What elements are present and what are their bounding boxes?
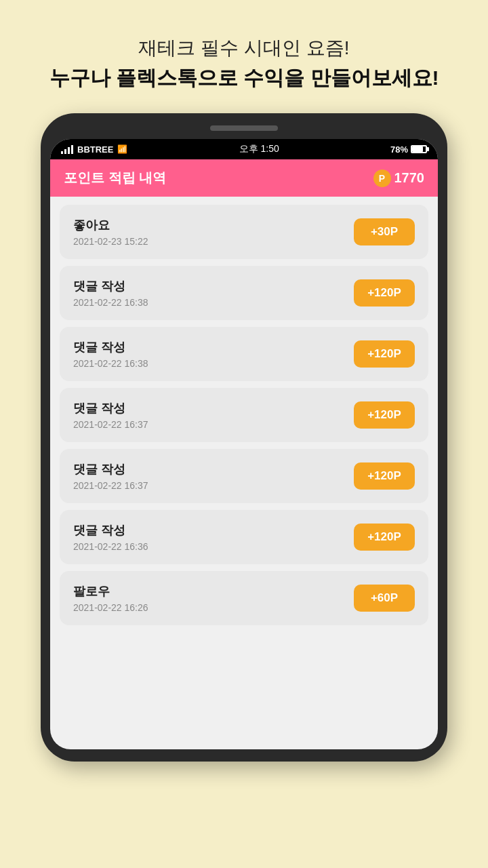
transaction-date: 2021-02-22 16:37 — [73, 480, 148, 491]
transaction-name: 댓글 작성 — [73, 400, 148, 416]
transaction-item: 댓글 작성 2021-02-22 16:37 +120P — [60, 449, 428, 503]
points-button[interactable]: +120P — [354, 524, 415, 551]
status-bar: BBTREE 📶 오후 1:50 78% — [50, 139, 438, 159]
points-button[interactable]: +120P — [354, 401, 415, 429]
transaction-item: 팔로우 2021-02-22 16:26 +60P — [60, 571, 428, 625]
signal-bars-icon — [61, 144, 73, 154]
transaction-info: 댓글 작성 2021-02-22 16:37 — [73, 400, 148, 430]
points-badge: P 1770 — [373, 170, 425, 187]
transaction-date: 2021-02-22 16:37 — [73, 419, 148, 430]
phone-screen: BBTREE 📶 오후 1:50 78% 포인트 적립 내역 P 1770 — [50, 139, 438, 749]
battery-icon — [411, 145, 427, 153]
transaction-name: 팔로우 — [73, 583, 148, 599]
transaction-info: 댓글 작성 2021-02-22 16:38 — [73, 278, 148, 308]
transaction-info: 팔로우 2021-02-22 16:26 — [73, 583, 148, 613]
transaction-item: 좋아요 2021-02-23 15:22 +30P — [60, 205, 428, 259]
transaction-info: 댓글 작성 2021-02-22 16:37 — [73, 461, 148, 491]
top-text-line2: 누구나 플렉스톡으로 수익을 만들어보세요! — [49, 62, 439, 93]
transaction-date: 2021-02-22 16:38 — [73, 297, 148, 308]
transaction-name: 댓글 작성 — [73, 278, 148, 294]
status-time: 오후 1:50 — [239, 143, 279, 155]
top-text-line1: 재테크 필수 시대인 요즘! — [49, 34, 439, 62]
points-button[interactable]: +30P — [354, 218, 415, 245]
battery-percent: 78% — [390, 144, 408, 155]
transaction-name: 댓글 작성 — [73, 339, 148, 355]
wifi-icon: 📶 — [117, 144, 127, 154]
transaction-item: 댓글 작성 2021-02-22 16:36 +120P — [60, 510, 428, 564]
transaction-info: 댓글 작성 2021-02-22 16:38 — [73, 339, 148, 369]
app-header: 포인트 적립 내역 P 1770 — [50, 159, 438, 197]
transaction-item: 댓글 작성 2021-02-22 16:37 +120P — [60, 388, 428, 442]
transaction-date: 2021-02-22 16:26 — [73, 602, 148, 613]
carrier-label: BBTREE — [77, 144, 113, 155]
transaction-item: 댓글 작성 2021-02-22 16:38 +120P — [60, 266, 428, 320]
points-button[interactable]: +120P — [354, 279, 415, 307]
points-p-icon: P — [373, 170, 391, 187]
points-button[interactable]: +120P — [354, 462, 415, 490]
transaction-date: 2021-02-23 15:22 — [73, 236, 148, 247]
transaction-list: 좋아요 2021-02-23 15:22 +30P 댓글 작성 2021-02-… — [50, 197, 438, 633]
transaction-date: 2021-02-22 16:38 — [73, 358, 148, 369]
status-right: 78% — [390, 144, 427, 155]
transaction-item: 댓글 작성 2021-02-22 16:38 +120P — [60, 327, 428, 381]
phone-mockup: BBTREE 📶 오후 1:50 78% 포인트 적립 내역 P 1770 — [41, 113, 447, 762]
status-left: BBTREE 📶 — [61, 144, 127, 155]
transaction-name: 좋아요 — [73, 217, 148, 233]
app-header-title: 포인트 적립 내역 — [64, 169, 166, 187]
transaction-date: 2021-02-22 16:36 — [73, 541, 148, 552]
points-button[interactable]: +60P — [354, 585, 415, 612]
top-banner: 재테크 필수 시대인 요즘! 누구나 플렉스톡으로 수익을 만들어보세요! — [22, 0, 466, 113]
battery-fill — [412, 146, 423, 152]
transaction-name: 댓글 작성 — [73, 461, 148, 477]
points-button[interactable]: +120P — [354, 340, 415, 368]
transaction-info: 댓글 작성 2021-02-22 16:36 — [73, 522, 148, 552]
phone-speaker — [210, 125, 278, 131]
points-total-value: 1770 — [394, 170, 425, 186]
transaction-name: 댓글 작성 — [73, 522, 148, 538]
phone-outer: BBTREE 📶 오후 1:50 78% 포인트 적립 내역 P 1770 — [41, 113, 447, 762]
transaction-info: 좋아요 2021-02-23 15:22 — [73, 217, 148, 247]
